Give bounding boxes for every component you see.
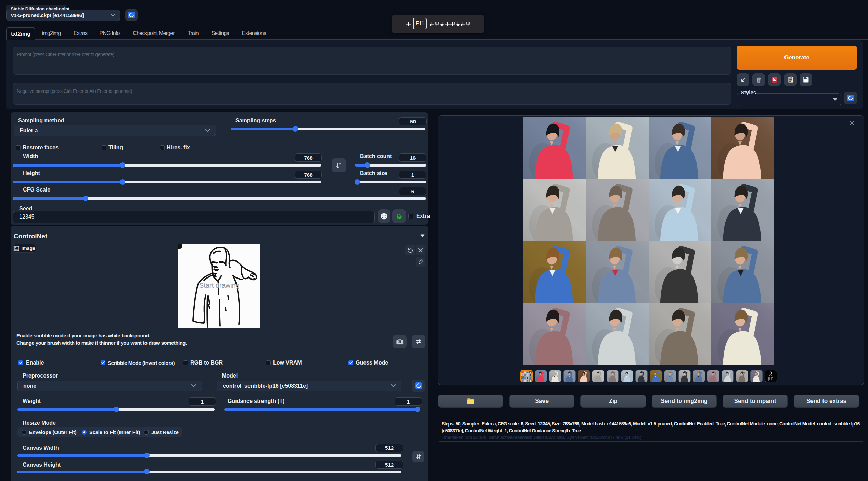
svg-text:Start drawing: Start drawing xyxy=(199,282,240,289)
